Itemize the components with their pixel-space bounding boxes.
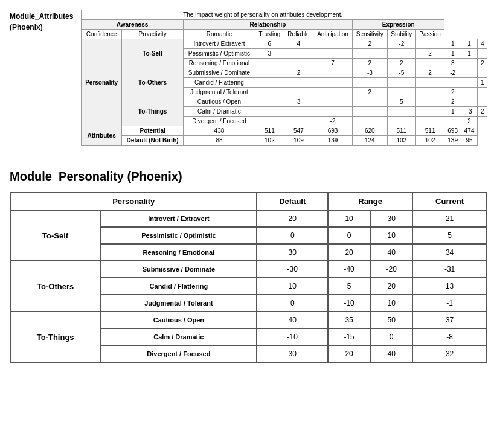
row-name: Pessimistic / Optimistic xyxy=(183,49,255,59)
personality-range-high: 20 xyxy=(370,278,412,295)
col-stability: Stability xyxy=(387,30,415,39)
personality-current: 13 xyxy=(412,278,487,295)
personality-default: 0 xyxy=(257,227,328,244)
personality-item-name: Calm / Dramatic xyxy=(100,328,257,345)
cell-value xyxy=(461,78,477,88)
personality-col-header: Personality xyxy=(10,193,257,210)
attr-cell-value: 547 xyxy=(284,126,313,136)
cell-value: 2 xyxy=(284,68,313,78)
cell-value xyxy=(284,117,313,126)
module-attributes-table: The impact weight of personality on attr… xyxy=(81,10,487,146)
cell-value: -5 xyxy=(387,68,415,78)
cell-value: 2 xyxy=(415,68,444,78)
cell-value xyxy=(284,59,313,68)
cell-value: 1 xyxy=(444,39,461,49)
cell-value xyxy=(255,107,284,117)
personality-item-name: Divergent / Focused xyxy=(100,345,257,362)
personality-default: 0 xyxy=(257,295,328,312)
cell-value xyxy=(478,117,487,126)
cell-value: 2 xyxy=(461,117,477,126)
cell-value xyxy=(415,88,444,97)
personality-range-low: -40 xyxy=(328,261,370,278)
cell-value xyxy=(387,78,415,88)
cell-value: 3 xyxy=(284,97,313,107)
personality-range-low: 20 xyxy=(328,345,370,362)
cell-value xyxy=(313,39,353,49)
row-name: Judgmental / Tolerant xyxy=(183,88,255,97)
col-anticipation: Anticipation xyxy=(313,30,353,39)
cell-value: 2 xyxy=(478,59,487,68)
cell-value xyxy=(478,49,487,59)
personality-current: 5 xyxy=(412,227,487,244)
cell-value: 1 xyxy=(478,78,487,88)
personality-range-high: 50 xyxy=(370,312,412,328)
personality-item-name: Pessimistic / Optimistic xyxy=(100,227,257,244)
personality-current: -1 xyxy=(412,295,487,312)
personality-range-low: 5 xyxy=(328,278,370,295)
cell-value xyxy=(313,68,353,78)
cell-value xyxy=(284,88,313,97)
cell-value xyxy=(387,107,415,117)
personality-item-name: Cautious / Open xyxy=(100,312,257,328)
module-attributes-title: Module_Attributes xyxy=(10,12,76,21)
cell-value: 3 xyxy=(444,59,461,68)
cell-value xyxy=(461,97,477,107)
personality-current: 21 xyxy=(412,210,487,227)
row-name: Reasoning / Emotional xyxy=(183,59,255,68)
subgroup-label-toothers: To-Others xyxy=(122,68,184,97)
cell-value xyxy=(352,97,387,107)
cell-value xyxy=(415,107,444,117)
range-col-header: Range xyxy=(328,193,412,210)
col-passion: Passion xyxy=(415,30,444,39)
cell-value: 3 xyxy=(255,49,284,59)
cell-value xyxy=(387,117,415,126)
personality-group-toself: To-Self xyxy=(10,210,100,261)
personality-range-high: 10 xyxy=(370,227,412,244)
cell-value: 1 xyxy=(444,107,461,117)
attr-cell-value: 693 xyxy=(313,126,353,136)
personality-range-high: 40 xyxy=(370,244,412,261)
cell-value: 2 xyxy=(444,97,461,107)
attr-cell-value: 109 xyxy=(284,136,313,146)
cell-value xyxy=(284,49,313,59)
cell-value xyxy=(313,107,353,117)
cell-value xyxy=(255,78,284,88)
expression-header: Expression xyxy=(352,20,444,30)
attr-cell-value: 102 xyxy=(387,136,415,146)
cell-value xyxy=(444,117,461,126)
col-trusting: Trusting xyxy=(255,30,284,39)
personality-range-low: 0 xyxy=(328,227,370,244)
personality-current: 32 xyxy=(412,345,487,362)
personality-default: 20 xyxy=(257,210,328,227)
attr-row-label: Default (Not Birth) xyxy=(122,136,184,146)
attr-cell-value: 124 xyxy=(352,136,387,146)
cell-value: 1 xyxy=(461,39,477,49)
personality-default: 30 xyxy=(257,244,328,261)
cell-value: 2 xyxy=(352,88,387,97)
default-col-header: Default xyxy=(257,193,328,210)
cell-value: 1 xyxy=(444,49,461,59)
cell-value: -3 xyxy=(352,68,387,78)
row-name: Introvert / Extravert xyxy=(183,39,255,49)
row-name: Cautious / Open xyxy=(183,97,255,107)
col-sensitivity: Sensitivity xyxy=(352,30,387,39)
personality-range-low: -15 xyxy=(328,328,370,345)
cell-value xyxy=(415,39,444,49)
cell-value: 2 xyxy=(478,107,487,117)
attr-cell-value: 474 xyxy=(461,126,477,136)
cell-value xyxy=(415,97,444,107)
attr-cell-value: 102 xyxy=(415,136,444,146)
attr-cell-value: 693 xyxy=(444,126,461,136)
cell-value: 2 xyxy=(352,39,387,49)
cell-value: -2 xyxy=(387,39,415,49)
cell-value: 4 xyxy=(478,39,487,49)
attr-cell-value: 95 xyxy=(461,136,477,146)
cell-value xyxy=(387,88,415,97)
cell-value xyxy=(461,88,477,97)
personality-default: 10 xyxy=(257,278,328,295)
cell-value: -3 xyxy=(461,107,477,117)
cell-value: 6 xyxy=(255,39,284,49)
attr-cell-value: 511 xyxy=(255,126,284,136)
personality-current: -8 xyxy=(412,328,487,345)
personality-group-tothings: To-Things xyxy=(10,312,100,362)
